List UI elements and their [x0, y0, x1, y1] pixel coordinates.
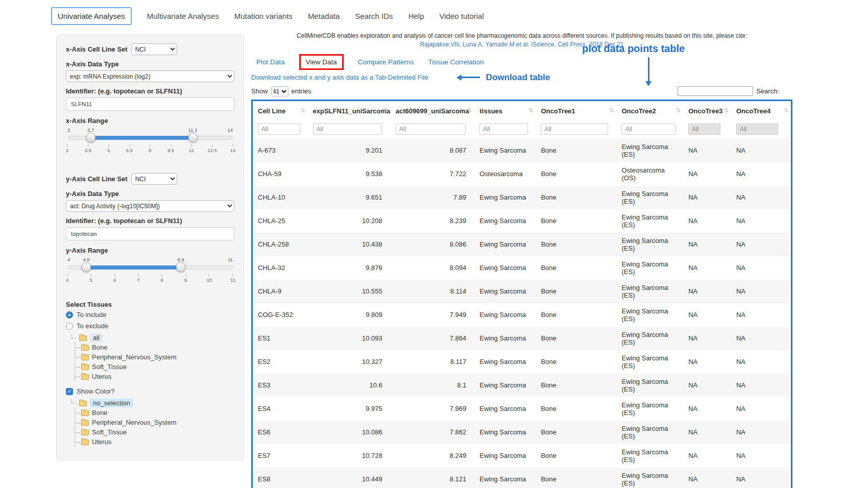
cell-oncotree4: NA	[731, 256, 791, 280]
slider-tick: 14	[230, 144, 236, 153]
folder-icon	[81, 355, 89, 360]
cell-expslfn11-unisarcoma: 10.086	[308, 421, 391, 444]
table-row[interactable]: CHLA-25810.4388.086Ewing SarcomaBoneEwin…	[253, 233, 791, 256]
slider-tick: 10	[206, 274, 212, 283]
table-row[interactable]: ES110.0937.864Ewing SarcomaBoneEwing Sar…	[253, 327, 791, 350]
radio-to-exclude[interactable]: To exclude	[66, 322, 234, 330]
filter-input-oncotree2[interactable]	[621, 124, 675, 135]
subtab-compare-patterns[interactable]: Compare Patterns	[358, 58, 414, 66]
table-row[interactable]: ES210.3278.117Ewing SarcomaBoneEwing Sar…	[253, 350, 791, 374]
slider-handle-high[interactable]	[188, 133, 198, 142]
tree-item-uterus[interactable]: Uterus	[75, 372, 234, 381]
cell-tissues: Ewing Sarcoma	[474, 233, 536, 256]
download-link[interactable]: Download selected x and y axis data as a…	[251, 74, 428, 81]
slider-handle-low[interactable]	[82, 262, 91, 272]
slider-tick: 3.5	[85, 144, 91, 153]
nav-tab-help[interactable]: Help	[408, 12, 424, 20]
filter-input-oncotree3[interactable]	[688, 124, 720, 135]
column-header-oncotree1[interactable]: OncoTree1⇅	[536, 101, 616, 119]
radio-to-include-label: To include	[77, 311, 107, 319]
tree-item-soft-tissue[interactable]: Soft_Tissue	[75, 362, 234, 372]
slider-value-label: 3.7	[87, 127, 94, 133]
filter-input-oncotree4[interactable]	[736, 124, 778, 135]
column-header-cell-line[interactable]: Cell Line⇅	[253, 101, 308, 119]
tree-item-soft-tissue[interactable]: Soft_Tissue	[75, 427, 234, 437]
show-entries-select[interactable]: 61	[271, 86, 288, 96]
cell-cell-line: ES2	[253, 350, 308, 374]
filter-input-cell-line[interactable]	[258, 124, 300, 135]
table-row[interactable]: ES310.68.1Ewing SarcomaBoneEwing Sarcoma…	[253, 374, 791, 397]
cell-cell-line: ES1	[253, 327, 308, 350]
table-row[interactable]: COG-E-3529.8097.949Ewing SarcomaBoneEwin…	[253, 303, 791, 327]
y-axis-range-slider[interactable]: 44.88.8114567891011	[67, 257, 233, 285]
y-identifier-input[interactable]	[66, 227, 234, 240]
slider-tick: 4	[66, 274, 68, 283]
column-header-oncotree4[interactable]: OncoTree4⇅	[731, 101, 791, 119]
x-cell-line-set-select[interactable]: NCI	[131, 43, 177, 55]
slider-handle-high[interactable]	[176, 262, 186, 272]
table-row[interactable]: ES810.4498.121Ewing SarcomaBoneEwing Sar…	[253, 468, 791, 488]
nav-tab-search-ids[interactable]: Search IDs	[355, 12, 393, 20]
column-header-expslfn11-unisarcoma[interactable]: expSLFN11_uniSarcoma⇅	[308, 101, 391, 119]
cell-oncotree2: Ewing Sarcoma (ES)	[616, 374, 683, 397]
column-header-oncotree3[interactable]: OncoTree3⇅	[683, 101, 731, 119]
table-row[interactable]: ES49.9757.969Ewing SarcomaBoneEwing Sarc…	[253, 397, 791, 421]
slider-value-label: 14	[227, 127, 233, 133]
tree-item-bone[interactable]: Bone	[75, 343, 234, 352]
filter-input-oncotree1[interactable]	[541, 124, 608, 135]
cell-oncotree1: Bone	[536, 256, 616, 280]
show-color-row[interactable]: Show Color?	[66, 387, 234, 395]
nav-tab-video-tutorial[interactable]: Video tutorial	[439, 12, 484, 20]
folder-icon	[81, 440, 89, 445]
cell-expslfn11-unisarcoma: 9.975	[308, 397, 391, 421]
plot-data-points-annotation: plot data points table	[582, 43, 685, 55]
tree-item-bone[interactable]: Bone	[75, 408, 234, 418]
column-header-act609699-unisarcoma[interactable]: act609699_uniSarcoma⇅	[391, 101, 474, 119]
nav-tab-mutation-variants[interactable]: Mutation variants	[234, 12, 293, 20]
column-header-tissues[interactable]: tissues⇅	[474, 101, 536, 119]
cell-expslfn11-unisarcoma: 9.876	[308, 256, 391, 280]
cell-oncotree3: NA	[683, 374, 731, 397]
table-row[interactable]: CHLA-109.6517.89Ewing SarcomaBoneEwing S…	[253, 186, 791, 209]
nav-tab-univariate-analyses[interactable]: Univariate Analyses	[51, 7, 132, 25]
x-axis-range-slider[interactable]: 23.711.11423.556.589.51112.514	[67, 127, 233, 156]
subtab-plot-data[interactable]: Plot Data	[256, 58, 285, 66]
table-row[interactable]: CHLA-329.8768.094Ewing SarcomaBoneEwing …	[253, 256, 791, 280]
nav-tab-multivariate-analyses[interactable]: Multivariate Analyses	[147, 12, 219, 20]
table-row[interactable]: ES710.7288.249Ewing SarcomaBoneEwing Sar…	[253, 444, 791, 468]
column-header-oncotree2[interactable]: OncoTree2⇅	[616, 101, 683, 119]
table-row[interactable]: CHLA-910.5558.114Ewing SarcomaBoneEwing …	[253, 280, 791, 303]
slider-handle-low[interactable]	[86, 133, 95, 142]
filter-input-act609699-unisarcoma[interactable]	[396, 124, 466, 135]
show-label: Show	[251, 87, 268, 95]
radio-to-include[interactable]: To include	[66, 311, 234, 319]
x-identifier-input[interactable]	[66, 97, 234, 111]
cell-oncotree2: Ewing Sarcoma (ES)	[616, 397, 683, 421]
filter-input-tissues[interactable]	[479, 124, 528, 135]
filter-input-expslfn11-unisarcoma[interactable]	[313, 124, 382, 135]
cell-act609699-unisarcoma: 8.087	[391, 139, 474, 162]
table-row[interactable]: ES610.0867.862Ewing SarcomaBoneEwing Sar…	[253, 421, 791, 444]
tree-item-peripheral-nervous-system[interactable]: Peripheral_Nervous_System	[75, 352, 234, 362]
tree-item-label: Soft_Tissue	[92, 363, 127, 371]
subtab-view-data[interactable]: View Data	[306, 58, 337, 66]
y-data-type-select[interactable]: act: Drug Activity (-log10[IC50M])	[66, 200, 234, 212]
radio-checked-icon	[66, 311, 73, 319]
x-data-type-select[interactable]: exp: mRNA Expression (log2)	[66, 70, 234, 82]
cell-tissues: Ewing Sarcoma	[474, 421, 536, 444]
cell-cell-line: ES4	[253, 397, 308, 421]
data-table-container: Cell Line⇅expSLFN11_uniSarcoma⇅act609699…	[251, 100, 792, 488]
y-cell-line-set-select[interactable]: NCI	[131, 173, 177, 185]
cell-oncotree2: Ewing Sarcoma (ES)	[616, 444, 683, 468]
tree-item-uterus[interactable]: Uterus	[75, 437, 234, 447]
tissue-tree-exclude: no_selectionBonePeripheral_Nervous_Syste…	[71, 399, 234, 447]
table-row[interactable]: A-6739.2018.087Ewing SarcomaBoneEwing Sa…	[253, 139, 791, 162]
tree-root[interactable]: all	[71, 333, 234, 342]
search-input[interactable]	[678, 86, 753, 96]
table-row[interactable]: CHLA-2510.2088.239Ewing SarcomaBoneEwing…	[253, 209, 791, 233]
tree-root[interactable]: no_selection	[71, 399, 234, 407]
table-row[interactable]: CHA-599.5387.722OsteosarcomaBoneOsteosar…	[253, 162, 791, 186]
tree-item-peripheral-nervous-system[interactable]: Peripheral_Nervous_System	[75, 418, 234, 427]
nav-tab-metadata[interactable]: Metadata	[308, 12, 340, 20]
subtab-tissue-correlation[interactable]: Tissue Correlation	[428, 58, 484, 66]
